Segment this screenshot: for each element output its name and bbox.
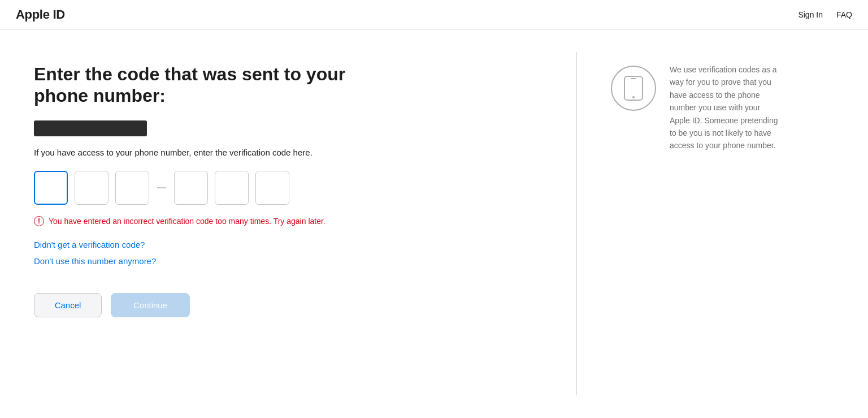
code-input-6[interactable]: [255, 171, 289, 205]
code-input-group: [34, 171, 542, 205]
code-input-4[interactable]: [174, 171, 208, 205]
code-input-separator: [157, 187, 166, 188]
code-input-5[interactable]: [215, 171, 249, 205]
left-panel: Enter the code that was sent to your pho…: [0, 29, 576, 418]
page-title: Enter the code that was sent to your pho…: [34, 63, 350, 107]
code-input-1[interactable]: [34, 171, 68, 205]
error-message: ! You have entered an incorrect verifica…: [34, 216, 542, 226]
sidebar-description: We use verification codes as a way for y…: [670, 63, 780, 152]
help-links: Didn't get a verification code? Don't us…: [34, 240, 542, 266]
header-nav: Sign In FAQ: [798, 10, 852, 19]
instruction-text: If you have access to your phone number,…: [34, 148, 542, 157]
no-number-link[interactable]: Don't use this number anymore?: [34, 256, 542, 266]
no-code-link[interactable]: Didn't get a verification code?: [34, 240, 542, 249]
phone-icon: [623, 75, 644, 101]
faq-link[interactable]: FAQ: [836, 10, 852, 19]
error-icon: !: [34, 216, 44, 226]
button-row: Cancel Continue: [34, 293, 542, 317]
svg-point-2: [632, 96, 635, 98]
error-text: You have entered an incorrect verificati…: [49, 217, 326, 226]
code-input-2[interactable]: [75, 171, 108, 205]
sign-in-link[interactable]: Sign In: [798, 10, 823, 19]
code-input-3[interactable]: [115, 171, 149, 205]
phone-icon-container: [611, 66, 656, 111]
phone-number-redacted: [34, 120, 147, 136]
continue-button[interactable]: Continue: [111, 293, 190, 317]
right-panel: We use verification codes as a way for y…: [577, 29, 814, 418]
header: Apple ID Sign In FAQ: [0, 0, 868, 29]
cancel-button[interactable]: Cancel: [34, 293, 102, 317]
svg-rect-1: [631, 78, 636, 79]
main-layout: Enter the code that was sent to your pho…: [0, 29, 868, 418]
apple-id-logo: Apple ID: [16, 7, 65, 22]
